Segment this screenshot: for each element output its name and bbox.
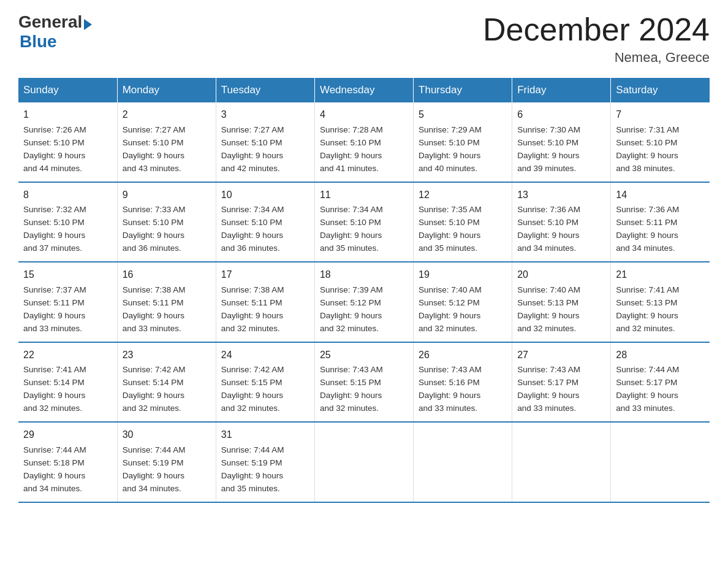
day-number: 30 [123, 427, 211, 443]
day-number: 29 [23, 427, 112, 443]
calendar-cell: 22Sunrise: 7:41 AMSunset: 5:14 PMDayligh… [18, 342, 117, 422]
day-info: Sunrise: 7:43 AMSunset: 5:17 PMDaylight:… [517, 365, 580, 413]
calendar-cell: 3Sunrise: 7:27 AMSunset: 5:10 PMDaylight… [216, 102, 314, 182]
day-number: 12 [419, 188, 507, 203]
logo-general-text: General [18, 12, 82, 32]
day-number: 21 [616, 267, 705, 283]
day-info: Sunrise: 7:41 AMSunset: 5:14 PMDaylight:… [23, 365, 86, 413]
calendar-cell: 18Sunrise: 7:39 AMSunset: 5:12 PMDayligh… [314, 262, 413, 342]
day-number: 24 [221, 348, 309, 363]
calendar-cell: 20Sunrise: 7:40 AMSunset: 5:13 PMDayligh… [512, 262, 611, 342]
day-info: Sunrise: 7:43 AMSunset: 5:16 PMDaylight:… [419, 365, 482, 413]
day-info: Sunrise: 7:34 AMSunset: 5:10 PMDaylight:… [320, 205, 383, 253]
day-number: 17 [221, 267, 309, 283]
calendar-week-row: 8Sunrise: 7:32 AMSunset: 5:10 PMDaylight… [18, 182, 710, 262]
calendar-cell: 7Sunrise: 7:31 AMSunset: 5:10 PMDaylight… [611, 102, 710, 182]
day-info: Sunrise: 7:40 AMSunset: 5:12 PMDaylight:… [419, 285, 482, 333]
calendar-cell: 1Sunrise: 7:26 AMSunset: 5:10 PMDaylight… [18, 102, 117, 182]
calendar-cell: 15Sunrise: 7:37 AMSunset: 5:11 PMDayligh… [18, 262, 117, 342]
day-number: 18 [320, 267, 408, 283]
day-number: 31 [221, 427, 309, 443]
day-number: 10 [221, 188, 309, 203]
day-number: 1 [23, 107, 112, 123]
header-saturday: Saturday [611, 78, 710, 102]
calendar-cell: 14Sunrise: 7:36 AMSunset: 5:11 PMDayligh… [611, 182, 710, 262]
day-number: 11 [320, 188, 408, 203]
header-wednesday: Wednesday [314, 78, 413, 102]
calendar-cell: 4Sunrise: 7:28 AMSunset: 5:10 PMDaylight… [314, 102, 413, 182]
location: Nemea, Greece [483, 50, 710, 66]
calendar-cell: 10Sunrise: 7:34 AMSunset: 5:10 PMDayligh… [216, 182, 314, 262]
day-number: 2 [123, 107, 211, 123]
header-tuesday: Tuesday [216, 78, 314, 102]
day-number: 9 [123, 188, 211, 203]
calendar-week-row: 22Sunrise: 7:41 AMSunset: 5:14 PMDayligh… [18, 342, 710, 422]
day-info: Sunrise: 7:28 AMSunset: 5:10 PMDaylight:… [320, 125, 383, 173]
calendar-cell: 13Sunrise: 7:36 AMSunset: 5:10 PMDayligh… [512, 182, 611, 262]
calendar-cell: 19Sunrise: 7:40 AMSunset: 5:12 PMDayligh… [414, 262, 512, 342]
page-header: General Blue December 2024 Nemea, Greece [18, 12, 710, 66]
calendar-cell: 25Sunrise: 7:43 AMSunset: 5:15 PMDayligh… [314, 342, 413, 422]
calendar-cell: 30Sunrise: 7:44 AMSunset: 5:19 PMDayligh… [117, 422, 216, 502]
calendar-cell: 5Sunrise: 7:29 AMSunset: 5:10 PMDaylight… [414, 102, 512, 182]
day-number: 3 [221, 107, 309, 123]
day-info: Sunrise: 7:44 AMSunset: 5:18 PMDaylight:… [23, 445, 86, 493]
day-number: 14 [616, 188, 705, 203]
day-number: 7 [616, 107, 705, 123]
day-number: 8 [23, 188, 112, 203]
day-info: Sunrise: 7:38 AMSunset: 5:11 PMDaylight:… [221, 285, 284, 333]
logo-arrow-icon [84, 19, 92, 30]
day-info: Sunrise: 7:39 AMSunset: 5:12 PMDaylight:… [320, 285, 383, 333]
day-number: 4 [320, 107, 408, 123]
calendar-cell: 9Sunrise: 7:33 AMSunset: 5:10 PMDaylight… [117, 182, 216, 262]
calendar-table: SundayMondayTuesdayWednesdayThursdayFrid… [18, 78, 710, 502]
calendar-cell: 6Sunrise: 7:30 AMSunset: 5:10 PMDaylight… [512, 102, 611, 182]
day-info: Sunrise: 7:26 AMSunset: 5:10 PMDaylight:… [23, 125, 86, 173]
day-number: 26 [419, 348, 507, 363]
title-area: December 2024 Nemea, Greece [483, 12, 710, 66]
day-number: 16 [123, 267, 211, 283]
calendar-cell: 27Sunrise: 7:43 AMSunset: 5:17 PMDayligh… [512, 342, 611, 422]
calendar-cell: 2Sunrise: 7:27 AMSunset: 5:10 PMDaylight… [117, 102, 216, 182]
day-info: Sunrise: 7:35 AMSunset: 5:10 PMDaylight:… [419, 205, 482, 253]
day-number: 25 [320, 348, 408, 363]
day-info: Sunrise: 7:36 AMSunset: 5:10 PMDaylight:… [517, 205, 580, 253]
day-number: 20 [517, 267, 605, 283]
calendar-cell: 21Sunrise: 7:41 AMSunset: 5:13 PMDayligh… [611, 262, 710, 342]
day-number: 15 [23, 267, 112, 283]
calendar-cell: 11Sunrise: 7:34 AMSunset: 5:10 PMDayligh… [314, 182, 413, 262]
day-info: Sunrise: 7:30 AMSunset: 5:10 PMDaylight:… [517, 125, 580, 173]
calendar-cell: 26Sunrise: 7:43 AMSunset: 5:16 PMDayligh… [414, 342, 512, 422]
day-info: Sunrise: 7:34 AMSunset: 5:10 PMDaylight:… [221, 205, 284, 253]
day-number: 19 [419, 267, 507, 283]
day-number: 27 [517, 348, 605, 363]
calendar-header-row: SundayMondayTuesdayWednesdayThursdayFrid… [18, 78, 710, 102]
calendar-cell: 31Sunrise: 7:44 AMSunset: 5:19 PMDayligh… [216, 422, 314, 502]
day-info: Sunrise: 7:41 AMSunset: 5:13 PMDaylight:… [616, 285, 679, 333]
day-info: Sunrise: 7:44 AMSunset: 5:17 PMDaylight:… [616, 365, 679, 413]
day-info: Sunrise: 7:42 AMSunset: 5:14 PMDaylight:… [123, 365, 186, 413]
calendar-cell: 24Sunrise: 7:42 AMSunset: 5:15 PMDayligh… [216, 342, 314, 422]
day-number: 13 [517, 188, 605, 203]
day-info: Sunrise: 7:29 AMSunset: 5:10 PMDaylight:… [419, 125, 482, 173]
calendar-cell [314, 422, 413, 502]
calendar-week-row: 15Sunrise: 7:37 AMSunset: 5:11 PMDayligh… [18, 262, 710, 342]
header-sunday: Sunday [18, 78, 117, 102]
day-info: Sunrise: 7:44 AMSunset: 5:19 PMDaylight:… [123, 445, 186, 493]
logo-blue-text: Blue [20, 32, 57, 52]
calendar-cell [611, 422, 710, 502]
day-number: 22 [23, 348, 112, 363]
calendar-cell: 17Sunrise: 7:38 AMSunset: 5:11 PMDayligh… [216, 262, 314, 342]
calendar-cell: 29Sunrise: 7:44 AMSunset: 5:18 PMDayligh… [18, 422, 117, 502]
day-info: Sunrise: 7:40 AMSunset: 5:13 PMDaylight:… [517, 285, 580, 333]
day-info: Sunrise: 7:38 AMSunset: 5:11 PMDaylight:… [123, 285, 186, 333]
calendar-week-row: 29Sunrise: 7:44 AMSunset: 5:18 PMDayligh… [18, 422, 710, 502]
calendar-week-row: 1Sunrise: 7:26 AMSunset: 5:10 PMDaylight… [18, 102, 710, 182]
calendar-cell: 8Sunrise: 7:32 AMSunset: 5:10 PMDaylight… [18, 182, 117, 262]
day-info: Sunrise: 7:44 AMSunset: 5:19 PMDaylight:… [221, 445, 284, 493]
day-info: Sunrise: 7:31 AMSunset: 5:10 PMDaylight:… [616, 125, 679, 173]
day-info: Sunrise: 7:42 AMSunset: 5:15 PMDaylight:… [221, 365, 284, 413]
header-monday: Monday [117, 78, 216, 102]
day-info: Sunrise: 7:43 AMSunset: 5:15 PMDaylight:… [320, 365, 383, 413]
day-info: Sunrise: 7:32 AMSunset: 5:10 PMDaylight:… [23, 205, 86, 253]
